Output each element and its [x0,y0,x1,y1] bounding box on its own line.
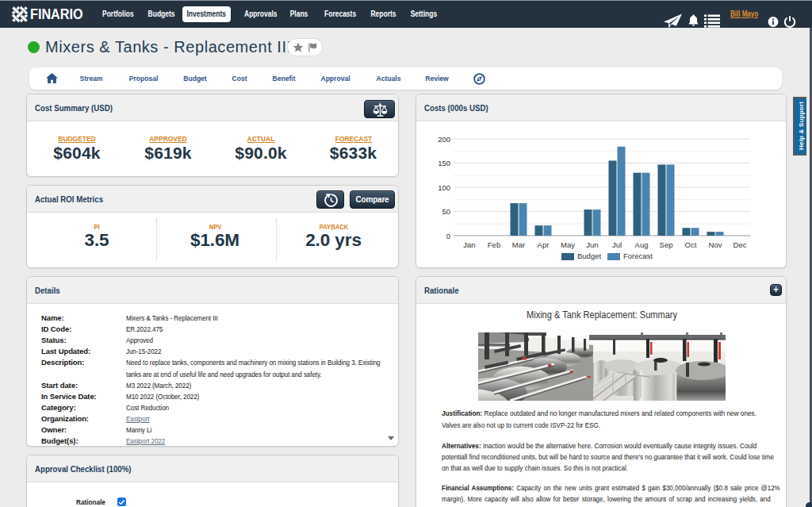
svg-text:Aug: Aug [635,240,649,249]
svg-text:Dec: Dec [733,240,747,249]
svg-text:May: May [561,240,575,249]
svg-text:Apr: Apr [538,240,550,249]
svg-text:0: 0 [446,232,450,240]
svg-text:100: 100 [438,183,450,192]
svg-text:Feb: Feb [488,240,500,249]
svg-text:Sep: Sep [660,240,673,249]
svg-text:150: 150 [438,159,450,167]
svg-text:Nov: Nov [709,240,722,249]
svg-text:Jun: Jun [586,240,598,249]
svg-text:200: 200 [438,135,450,144]
svg-text:Oct: Oct [685,240,697,249]
svg-text:Jul: Jul [612,240,622,249]
svg-text:Jan: Jan [463,240,475,249]
svg-text:Mar: Mar [512,240,525,249]
svg-text:50: 50 [442,207,450,216]
